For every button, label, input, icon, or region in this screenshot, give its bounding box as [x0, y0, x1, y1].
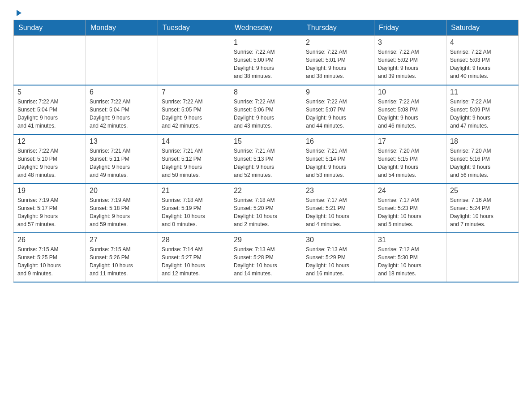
calendar-cell: 6Sunrise: 7:22 AM Sunset: 5:04 PM Daylig… [86, 85, 158, 134]
calendar-body: 1Sunrise: 7:22 AM Sunset: 5:00 PM Daylig… [14, 36, 519, 282]
day-number: 5 [17, 88, 82, 96]
calendar-cell: 16Sunrise: 7:21 AM Sunset: 5:14 PM Dayli… [302, 134, 374, 184]
day-number: 24 [378, 187, 442, 195]
day-number: 23 [306, 187, 370, 195]
day-number: 7 [162, 88, 226, 96]
day-number: 1 [234, 39, 298, 47]
day-info: Sunrise: 7:22 AM Sunset: 5:00 PM Dayligh… [234, 48, 298, 80]
day-info: Sunrise: 7:20 AM Sunset: 5:15 PM Dayligh… [378, 147, 442, 179]
calendar-cell: 10Sunrise: 7:22 AM Sunset: 5:08 PM Dayli… [374, 85, 446, 134]
calendar-cell: 15Sunrise: 7:21 AM Sunset: 5:13 PM Dayli… [230, 134, 302, 184]
page-header [13, 9, 519, 15]
day-number: 4 [450, 39, 515, 47]
calendar-cell: 27Sunrise: 7:15 AM Sunset: 5:26 PM Dayli… [86, 233, 158, 282]
day-info: Sunrise: 7:17 AM Sunset: 5:21 PM Dayligh… [306, 196, 370, 228]
calendar-cell: 1Sunrise: 7:22 AM Sunset: 5:00 PM Daylig… [230, 36, 302, 85]
calendar-cell [158, 36, 230, 85]
calendar-header: SundayMondayTuesdayWednesdayThursdayFrid… [14, 20, 519, 36]
day-info: Sunrise: 7:21 AM Sunset: 5:14 PM Dayligh… [306, 147, 370, 179]
day-info: Sunrise: 7:21 AM Sunset: 5:11 PM Dayligh… [90, 147, 154, 179]
calendar-cell: 21Sunrise: 7:18 AM Sunset: 5:19 PM Dayli… [158, 184, 230, 233]
day-info: Sunrise: 7:16 AM Sunset: 5:24 PM Dayligh… [450, 196, 515, 228]
weekday-header-saturday: Saturday [446, 20, 519, 36]
day-info: Sunrise: 7:14 AM Sunset: 5:27 PM Dayligh… [162, 245, 226, 278]
calendar-cell: 29Sunrise: 7:13 AM Sunset: 5:28 PM Dayli… [230, 233, 302, 282]
day-info: Sunrise: 7:12 AM Sunset: 5:30 PM Dayligh… [378, 245, 442, 278]
calendar-cell: 12Sunrise: 7:22 AM Sunset: 5:10 PM Dayli… [14, 134, 86, 184]
calendar-cell [86, 36, 158, 85]
calendar-cell: 4Sunrise: 7:22 AM Sunset: 5:03 PM Daylig… [446, 36, 519, 85]
calendar-cell: 26Sunrise: 7:15 AM Sunset: 5:25 PM Dayli… [14, 233, 86, 282]
day-info: Sunrise: 7:19 AM Sunset: 5:18 PM Dayligh… [90, 196, 154, 228]
day-info: Sunrise: 7:22 AM Sunset: 5:01 PM Dayligh… [306, 48, 370, 80]
day-info: Sunrise: 7:15 AM Sunset: 5:25 PM Dayligh… [17, 245, 82, 278]
day-info: Sunrise: 7:22 AM Sunset: 5:04 PM Dayligh… [90, 98, 154, 130]
calendar-cell: 14Sunrise: 7:21 AM Sunset: 5:12 PM Dayli… [158, 134, 230, 184]
calendar-cell: 17Sunrise: 7:20 AM Sunset: 5:15 PM Dayli… [374, 134, 446, 184]
day-info: Sunrise: 7:20 AM Sunset: 5:16 PM Dayligh… [450, 147, 515, 179]
calendar-cell: 3Sunrise: 7:22 AM Sunset: 5:02 PM Daylig… [374, 36, 446, 85]
day-info: Sunrise: 7:22 AM Sunset: 5:10 PM Dayligh… [17, 147, 82, 179]
day-number: 2 [306, 39, 370, 47]
calendar-cell: 2Sunrise: 7:22 AM Sunset: 5:01 PM Daylig… [302, 36, 374, 85]
calendar-week-2: 5Sunrise: 7:22 AM Sunset: 5:04 PM Daylig… [14, 85, 519, 134]
day-number: 8 [234, 88, 298, 96]
day-number: 14 [162, 137, 226, 146]
calendar-cell: 22Sunrise: 7:18 AM Sunset: 5:20 PM Dayli… [230, 184, 302, 233]
calendar-cell [14, 36, 86, 85]
day-number: 27 [90, 236, 154, 244]
calendar-week-1: 1Sunrise: 7:22 AM Sunset: 5:00 PM Daylig… [14, 36, 519, 85]
day-number: 21 [162, 187, 226, 195]
calendar-cell: 11Sunrise: 7:22 AM Sunset: 5:09 PM Dayli… [446, 85, 519, 134]
calendar-cell: 28Sunrise: 7:14 AM Sunset: 5:27 PM Dayli… [158, 233, 230, 282]
day-info: Sunrise: 7:21 AM Sunset: 5:13 PM Dayligh… [234, 147, 298, 179]
calendar-cell: 25Sunrise: 7:16 AM Sunset: 5:24 PM Dayli… [446, 184, 519, 233]
day-number: 11 [450, 88, 515, 96]
day-info: Sunrise: 7:22 AM Sunset: 5:06 PM Dayligh… [234, 98, 298, 130]
day-number: 25 [450, 187, 515, 195]
logo-triangle-icon [14, 9, 22, 17]
day-number: 28 [162, 236, 226, 244]
calendar-cell: 8Sunrise: 7:22 AM Sunset: 5:06 PM Daylig… [230, 85, 302, 134]
day-number: 15 [234, 137, 298, 146]
day-number: 31 [378, 236, 442, 244]
day-info: Sunrise: 7:22 AM Sunset: 5:04 PM Dayligh… [17, 98, 82, 130]
weekday-header-monday: Monday [86, 20, 158, 36]
weekday-header-wednesday: Wednesday [230, 20, 302, 36]
day-info: Sunrise: 7:17 AM Sunset: 5:23 PM Dayligh… [378, 196, 442, 228]
day-info: Sunrise: 7:22 AM Sunset: 5:08 PM Dayligh… [378, 98, 442, 130]
day-info: Sunrise: 7:22 AM Sunset: 5:09 PM Dayligh… [450, 98, 515, 130]
calendar-week-5: 26Sunrise: 7:15 AM Sunset: 5:25 PM Dayli… [14, 233, 519, 282]
day-number: 12 [17, 137, 82, 146]
day-number: 29 [234, 236, 298, 244]
calendar-cell: 7Sunrise: 7:22 AM Sunset: 5:05 PM Daylig… [158, 85, 230, 134]
day-info: Sunrise: 7:22 AM Sunset: 5:03 PM Dayligh… [450, 48, 515, 80]
calendar-table: SundayMondayTuesdayWednesdayThursdayFrid… [13, 20, 519, 283]
logo [13, 9, 22, 15]
day-number: 19 [17, 187, 82, 195]
day-number: 9 [306, 88, 370, 96]
calendar-cell: 19Sunrise: 7:19 AM Sunset: 5:17 PM Dayli… [14, 184, 86, 233]
day-info: Sunrise: 7:22 AM Sunset: 5:05 PM Dayligh… [162, 98, 226, 130]
day-number: 6 [90, 88, 154, 96]
weekday-header-sunday: Sunday [14, 20, 86, 36]
calendar-week-4: 19Sunrise: 7:19 AM Sunset: 5:17 PM Dayli… [14, 184, 519, 233]
day-number: 30 [306, 236, 370, 244]
weekday-header-friday: Friday [374, 20, 446, 36]
calendar-cell: 13Sunrise: 7:21 AM Sunset: 5:11 PM Dayli… [86, 134, 158, 184]
weekday-header-thursday: Thursday [302, 20, 374, 36]
day-info: Sunrise: 7:13 AM Sunset: 5:29 PM Dayligh… [306, 245, 370, 278]
day-number: 16 [306, 137, 370, 146]
calendar-cell: 30Sunrise: 7:13 AM Sunset: 5:29 PM Dayli… [302, 233, 374, 282]
weekday-header-tuesday: Tuesday [158, 20, 230, 36]
day-number: 13 [90, 137, 154, 146]
calendar-cell: 18Sunrise: 7:20 AM Sunset: 5:16 PM Dayli… [446, 134, 519, 184]
day-number: 17 [378, 137, 442, 146]
day-info: Sunrise: 7:22 AM Sunset: 5:07 PM Dayligh… [306, 98, 370, 130]
logo-text [13, 9, 22, 15]
calendar-cell: 9Sunrise: 7:22 AM Sunset: 5:07 PM Daylig… [302, 85, 374, 134]
calendar-cell: 20Sunrise: 7:19 AM Sunset: 5:18 PM Dayli… [86, 184, 158, 233]
day-number: 22 [234, 187, 298, 195]
day-info: Sunrise: 7:18 AM Sunset: 5:20 PM Dayligh… [234, 196, 298, 228]
day-info: Sunrise: 7:13 AM Sunset: 5:28 PM Dayligh… [234, 245, 298, 278]
